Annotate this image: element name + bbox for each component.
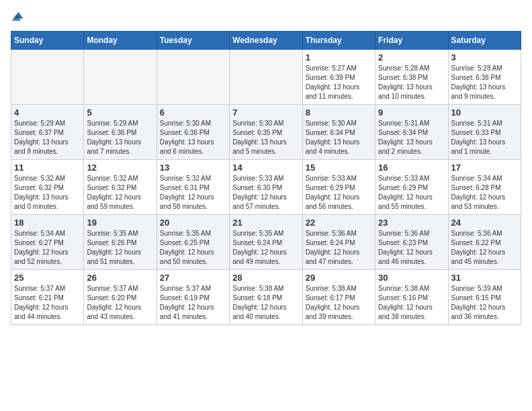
- weekday-header-friday: Friday: [375, 32, 448, 50]
- weekday-header-saturday: Saturday: [448, 32, 521, 50]
- day-number: 2: [378, 52, 445, 62]
- day-info: Sunrise: 5:32 AM Sunset: 6:32 PM Dayligh…: [14, 174, 81, 212]
- calendar-cell: 12Sunrise: 5:32 AM Sunset: 6:32 PM Dayli…: [84, 160, 157, 215]
- day-info: Sunrise: 5:33 AM Sunset: 6:29 PM Dayligh…: [306, 174, 372, 212]
- calendar-cell: 7Sunrise: 5:30 AM Sunset: 6:35 PM Daylig…: [230, 105, 302, 160]
- calendar-cell: 4Sunrise: 5:29 AM Sunset: 6:37 PM Daylig…: [11, 105, 84, 160]
- weekday-header-tuesday: Tuesday: [157, 32, 229, 50]
- calendar-cell: 26Sunrise: 5:37 AM Sunset: 6:20 PM Dayli…: [84, 270, 157, 325]
- day-number: 26: [87, 273, 153, 283]
- calendar-cell: 20Sunrise: 5:35 AM Sunset: 6:25 PM Dayli…: [157, 215, 229, 270]
- weekday-header-wednesday: Wednesday: [230, 32, 302, 50]
- calendar-cell: 23Sunrise: 5:36 AM Sunset: 6:23 PM Dayli…: [375, 215, 448, 270]
- day-number: 24: [451, 218, 518, 228]
- day-number: 15: [306, 163, 372, 173]
- weekday-header-sunday: Sunday: [11, 32, 84, 50]
- calendar-cell: 1Sunrise: 5:27 AM Sunset: 6:39 PM Daylig…: [302, 50, 375, 105]
- day-info: Sunrise: 5:28 AM Sunset: 6:38 PM Dayligh…: [451, 64, 518, 101]
- calendar-cell: 17Sunrise: 5:34 AM Sunset: 6:28 PM Dayli…: [448, 160, 521, 215]
- calendar-body: 1Sunrise: 5:27 AM Sunset: 6:39 PM Daylig…: [11, 50, 521, 325]
- week-row-2: 4Sunrise: 5:29 AM Sunset: 6:37 PM Daylig…: [11, 105, 521, 160]
- day-info: Sunrise: 5:38 AM Sunset: 6:18 PM Dayligh…: [232, 284, 299, 322]
- calendar-cell: 29Sunrise: 5:38 AM Sunset: 6:17 PM Dayli…: [302, 270, 375, 325]
- day-info: Sunrise: 5:31 AM Sunset: 6:33 PM Dayligh…: [451, 119, 518, 156]
- day-number: 28: [232, 273, 299, 283]
- calendar-cell: 25Sunrise: 5:37 AM Sunset: 6:21 PM Dayli…: [11, 270, 84, 325]
- day-info: Sunrise: 5:29 AM Sunset: 6:37 PM Dayligh…: [14, 119, 81, 156]
- day-info: Sunrise: 5:33 AM Sunset: 6:29 PM Dayligh…: [378, 174, 445, 212]
- week-row-1: 1Sunrise: 5:27 AM Sunset: 6:39 PM Daylig…: [11, 50, 521, 105]
- weekday-header-thursday: Thursday: [302, 32, 375, 50]
- calendar-cell: 6Sunrise: 5:30 AM Sunset: 6:36 PM Daylig…: [157, 105, 229, 160]
- day-number: 5: [87, 107, 153, 118]
- calendar-cell: 10Sunrise: 5:31 AM Sunset: 6:33 PM Dayli…: [448, 105, 521, 160]
- day-number: 9: [378, 107, 445, 118]
- day-info: Sunrise: 5:33 AM Sunset: 6:30 PM Dayligh…: [232, 174, 299, 212]
- calendar-cell: [11, 50, 84, 105]
- logo: [11, 11, 27, 24]
- calendar-cell: [230, 50, 302, 105]
- day-info: Sunrise: 5:31 AM Sunset: 6:34 PM Dayligh…: [378, 119, 445, 156]
- day-info: Sunrise: 5:28 AM Sunset: 6:38 PM Dayligh…: [378, 64, 445, 101]
- day-info: Sunrise: 5:36 AM Sunset: 6:23 PM Dayligh…: [378, 229, 445, 267]
- calendar-cell: 11Sunrise: 5:32 AM Sunset: 6:32 PM Dayli…: [11, 160, 84, 215]
- calendar-table: SundayMondayTuesdayWednesdayThursdayFrid…: [11, 31, 521, 325]
- calendar-cell: 21Sunrise: 5:35 AM Sunset: 6:24 PM Dayli…: [230, 215, 302, 270]
- weekday-row: SundayMondayTuesdayWednesdayThursdayFrid…: [11, 32, 521, 50]
- day-number: 21: [232, 218, 299, 228]
- calendar-cell: 27Sunrise: 5:37 AM Sunset: 6:19 PM Dayli…: [157, 270, 229, 325]
- day-number: 20: [160, 218, 226, 228]
- day-info: Sunrise: 5:35 AM Sunset: 6:26 PM Dayligh…: [87, 229, 153, 267]
- day-number: 7: [232, 107, 299, 118]
- calendar-cell: 2Sunrise: 5:28 AM Sunset: 6:38 PM Daylig…: [375, 50, 448, 105]
- page-header: [11, 11, 521, 24]
- day-number: 27: [160, 273, 226, 283]
- calendar-cell: 9Sunrise: 5:31 AM Sunset: 6:34 PM Daylig…: [375, 105, 448, 160]
- day-info: Sunrise: 5:38 AM Sunset: 6:17 PM Dayligh…: [306, 284, 372, 322]
- calendar-cell: 14Sunrise: 5:33 AM Sunset: 6:30 PM Dayli…: [230, 160, 302, 215]
- day-number: 22: [306, 218, 372, 228]
- day-info: Sunrise: 5:37 AM Sunset: 6:20 PM Dayligh…: [87, 284, 153, 322]
- day-number: 18: [14, 218, 81, 228]
- day-info: Sunrise: 5:29 AM Sunset: 6:36 PM Dayligh…: [87, 119, 153, 156]
- calendar-cell: 3Sunrise: 5:28 AM Sunset: 6:38 PM Daylig…: [448, 50, 521, 105]
- calendar-cell: 15Sunrise: 5:33 AM Sunset: 6:29 PM Dayli…: [302, 160, 375, 215]
- day-number: 30: [378, 273, 445, 283]
- day-number: 16: [378, 163, 445, 173]
- day-info: Sunrise: 5:30 AM Sunset: 6:34 PM Dayligh…: [306, 119, 372, 156]
- day-info: Sunrise: 5:37 AM Sunset: 6:19 PM Dayligh…: [160, 284, 226, 322]
- day-info: Sunrise: 5:35 AM Sunset: 6:25 PM Dayligh…: [160, 229, 226, 267]
- day-info: Sunrise: 5:34 AM Sunset: 6:28 PM Dayligh…: [451, 174, 518, 212]
- weekday-header-monday: Monday: [84, 32, 157, 50]
- day-number: 13: [160, 163, 226, 173]
- day-info: Sunrise: 5:27 AM Sunset: 6:39 PM Dayligh…: [306, 64, 372, 101]
- day-info: Sunrise: 5:32 AM Sunset: 6:31 PM Dayligh…: [160, 174, 226, 212]
- day-number: 23: [378, 218, 445, 228]
- day-number: 25: [14, 273, 81, 283]
- calendar-header: SundayMondayTuesdayWednesdayThursdayFrid…: [11, 32, 521, 50]
- calendar-cell: 8Sunrise: 5:30 AM Sunset: 6:34 PM Daylig…: [302, 105, 375, 160]
- day-info: Sunrise: 5:30 AM Sunset: 6:36 PM Dayligh…: [160, 119, 226, 156]
- calendar-cell: 13Sunrise: 5:32 AM Sunset: 6:31 PM Dayli…: [157, 160, 229, 215]
- calendar-cell: 24Sunrise: 5:36 AM Sunset: 6:22 PM Dayli…: [448, 215, 521, 270]
- week-row-3: 11Sunrise: 5:32 AM Sunset: 6:32 PM Dayli…: [11, 160, 521, 215]
- day-info: Sunrise: 5:36 AM Sunset: 6:22 PM Dayligh…: [451, 229, 518, 267]
- week-row-5: 25Sunrise: 5:37 AM Sunset: 6:21 PM Dayli…: [11, 270, 521, 325]
- week-row-4: 18Sunrise: 5:34 AM Sunset: 6:27 PM Dayli…: [11, 215, 521, 270]
- calendar-cell: [84, 50, 157, 105]
- logo-icon: [11, 11, 24, 24]
- day-number: 19: [87, 218, 153, 228]
- day-info: Sunrise: 5:36 AM Sunset: 6:24 PM Dayligh…: [306, 229, 372, 267]
- day-number: 29: [306, 273, 372, 283]
- day-number: 11: [14, 163, 81, 173]
- day-number: 3: [451, 52, 518, 62]
- day-number: 12: [87, 163, 153, 173]
- calendar-cell: 16Sunrise: 5:33 AM Sunset: 6:29 PM Dayli…: [375, 160, 448, 215]
- day-info: Sunrise: 5:38 AM Sunset: 6:16 PM Dayligh…: [378, 284, 445, 322]
- day-info: Sunrise: 5:30 AM Sunset: 6:35 PM Dayligh…: [232, 119, 299, 156]
- day-info: Sunrise: 5:37 AM Sunset: 6:21 PM Dayligh…: [14, 284, 81, 322]
- calendar-cell: 22Sunrise: 5:36 AM Sunset: 6:24 PM Dayli…: [302, 215, 375, 270]
- calendar-cell: 18Sunrise: 5:34 AM Sunset: 6:27 PM Dayli…: [11, 215, 84, 270]
- calendar-cell: 19Sunrise: 5:35 AM Sunset: 6:26 PM Dayli…: [84, 215, 157, 270]
- calendar-cell: 28Sunrise: 5:38 AM Sunset: 6:18 PM Dayli…: [230, 270, 302, 325]
